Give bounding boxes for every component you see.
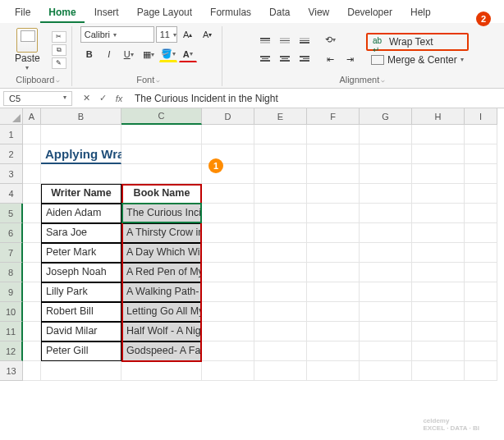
cell-C2[interactable] xyxy=(121,144,202,164)
row-header-8[interactable]: 8 xyxy=(0,263,23,282)
cell-D13[interactable] xyxy=(202,361,254,381)
cell-H1[interactable] xyxy=(412,125,465,144)
cell-E12[interactable] xyxy=(254,341,307,361)
cell-B3[interactable] xyxy=(41,164,121,184)
cell-G12[interactable] xyxy=(360,341,412,361)
cell-A5[interactable] xyxy=(23,204,41,223)
cut-button[interactable]: ✂ xyxy=(52,31,66,43)
cell-F3[interactable] xyxy=(307,164,360,184)
cell-I6[interactable] xyxy=(465,223,497,243)
decrease-font-button[interactable]: A▾ xyxy=(199,26,217,43)
cell-F9[interactable] xyxy=(307,282,360,302)
paste-button[interactable]: Paste ▾ xyxy=(10,26,45,73)
cell-G7[interactable] xyxy=(360,243,412,263)
row-header-2[interactable]: 2 xyxy=(0,144,23,164)
cell-D8[interactable] xyxy=(202,263,254,282)
cell-F2[interactable] xyxy=(307,144,360,164)
cell-I1[interactable] xyxy=(465,125,497,144)
cancel-formula-button[interactable]: ✕ xyxy=(79,91,94,106)
cell-F7[interactable] xyxy=(307,243,360,263)
cell-A8[interactable] xyxy=(23,263,41,282)
cell-I13[interactable] xyxy=(465,361,497,381)
cell-A6[interactable] xyxy=(23,223,41,243)
cell-B10[interactable]: Robert Bill xyxy=(41,302,121,322)
wrap-text-button[interactable]: ab↵ Wrap Text xyxy=(366,33,469,51)
cell-B8[interactable]: Joseph Noah xyxy=(41,263,121,282)
row-header-12[interactable]: 12 xyxy=(0,341,23,361)
cell-B11[interactable]: David Milar xyxy=(41,322,121,341)
merge-center-button[interactable]: Merge & Center ▾ xyxy=(366,53,469,67)
cell-H10[interactable] xyxy=(412,302,465,322)
cell-H7[interactable] xyxy=(412,243,465,263)
copy-button[interactable]: ⧉ xyxy=(52,44,66,56)
cell-C10[interactable]: Letting Go All My Problems xyxy=(121,302,202,322)
cell-D4[interactable] xyxy=(202,184,254,204)
cell-C12[interactable]: Godspeed- A Fairy Tale xyxy=(121,341,202,361)
cell-G4[interactable] xyxy=(360,184,412,204)
cell-D7[interactable] xyxy=(202,243,254,263)
menu-formulas[interactable]: Formulas xyxy=(202,3,259,23)
cell-F8[interactable] xyxy=(307,263,360,282)
cell-D10[interactable] xyxy=(202,302,254,322)
menu-help[interactable]: Help xyxy=(402,3,439,23)
cell-G13[interactable] xyxy=(360,361,412,381)
cell-H3[interactable] xyxy=(412,164,465,184)
cell-G11[interactable] xyxy=(360,322,412,341)
cell-D5[interactable] xyxy=(202,204,254,223)
cell-I10[interactable] xyxy=(465,302,497,322)
cell-C13[interactable] xyxy=(121,361,202,381)
align-bottom-button[interactable] xyxy=(296,33,314,49)
cell-F12[interactable] xyxy=(307,341,360,361)
cell-H9[interactable] xyxy=(412,282,465,302)
cell-F10[interactable] xyxy=(307,302,360,322)
cell-A10[interactable] xyxy=(23,302,41,322)
menu-page-layout[interactable]: Page Layout xyxy=(129,3,200,23)
cell-A13[interactable] xyxy=(23,361,41,381)
align-right-button[interactable] xyxy=(296,51,314,67)
row-header-1[interactable]: 1 xyxy=(0,125,23,144)
row-header-10[interactable]: 10 xyxy=(0,302,23,322)
row-header-5[interactable]: 5 xyxy=(0,204,23,223)
cell-I12[interactable] xyxy=(465,341,497,361)
cell-B2[interactable]: Applying Wrap Text Feature xyxy=(41,144,121,164)
orientation-button[interactable]: ⟲▾ xyxy=(322,32,340,48)
cell-D11[interactable] xyxy=(202,322,254,341)
cell-E11[interactable] xyxy=(254,322,307,341)
cell-H12[interactable] xyxy=(412,341,465,361)
cell-C11[interactable]: Half Wolf - A Nightmare xyxy=(121,322,202,341)
cell-H13[interactable] xyxy=(412,361,465,381)
cell-D9[interactable] xyxy=(202,282,254,302)
col-header-C[interactable]: C xyxy=(121,108,202,125)
cell-G6[interactable] xyxy=(360,223,412,243)
cell-C7[interactable]: A Day Which Will Never be Forgotten xyxy=(121,243,202,263)
align-center-button[interactable] xyxy=(276,51,294,67)
cell-I3[interactable] xyxy=(465,164,497,184)
cell-B7[interactable]: Peter Mark xyxy=(41,243,121,263)
cell-A3[interactable] xyxy=(23,164,41,184)
font-name-select[interactable]: Calibri▾ xyxy=(80,26,154,43)
col-header-E[interactable]: E xyxy=(254,108,307,125)
cell-B5[interactable]: Aiden Adam xyxy=(41,204,121,223)
menu-view[interactable]: View xyxy=(300,3,337,23)
cell-A1[interactable] xyxy=(23,125,41,144)
cell-F1[interactable] xyxy=(307,125,360,144)
formula-input[interactable]: The Curious Incident in the Night xyxy=(130,91,504,106)
cell-C5[interactable]: The Curious Incident in the Night xyxy=(121,204,202,223)
cell-E3[interactable] xyxy=(254,164,307,184)
col-header-I[interactable]: I xyxy=(465,108,497,125)
cell-F5[interactable] xyxy=(307,204,360,223)
cell-E2[interactable] xyxy=(254,144,307,164)
menu-developer[interactable]: Developer xyxy=(339,3,401,23)
cell-I5[interactable] xyxy=(465,204,497,223)
row-header-4[interactable]: 4 xyxy=(0,184,23,204)
cell-H2[interactable] xyxy=(412,144,465,164)
cell-H5[interactable] xyxy=(412,204,465,223)
menu-file[interactable]: File xyxy=(7,3,39,23)
cell-G5[interactable] xyxy=(360,204,412,223)
cell-B12[interactable]: Peter Gill xyxy=(41,341,121,361)
font-size-select[interactable]: 11▾ xyxy=(156,26,177,43)
row-header-9[interactable]: 9 xyxy=(0,282,23,302)
cell-I8[interactable] xyxy=(465,263,497,282)
cell-B13[interactable] xyxy=(41,361,121,381)
menu-data[interactable]: Data xyxy=(261,3,298,23)
